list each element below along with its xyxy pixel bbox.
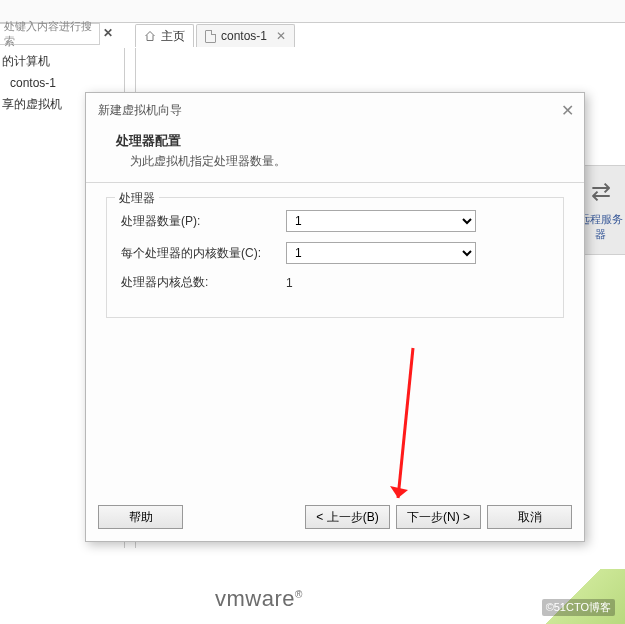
label-processor-count: 处理器数量(P): [121,213,286,230]
dialog-close-icon[interactable]: ✕ [561,101,574,120]
value-total-cores: 1 [286,276,549,290]
dialog-subheading: 为此虚拟机指定处理器数量。 [130,153,570,170]
tab-vm[interactable]: contos-1 ✕ [196,24,295,47]
search-placeholder: 处键入内容进行搜索 [4,19,95,49]
home-icon [144,30,156,42]
label-total-cores: 处理器内核总数: [121,274,286,291]
cancel-button[interactable]: 取消 [487,505,572,529]
fieldset-legend: 处理器 [115,190,159,207]
tab-home-label: 主页 [161,28,185,45]
select-processor-count[interactable]: 1 [286,210,476,232]
tab-home[interactable]: 主页 [135,24,194,47]
tab-close-icon[interactable]: ✕ [276,29,286,43]
row-total-cores: 处理器内核总数: 1 [121,274,549,291]
dialog-titlebar: 新建虚拟机向导 ✕ [86,93,584,126]
swap-arrows-icon: ⇄ [591,178,611,206]
tab-vm-label: contos-1 [221,29,267,43]
dialog-body: 处理器 处理器数量(P): 1 每个处理器的内核数量(C): 1 处理器内核总数… [86,183,584,332]
wizard-dialog: 新建虚拟机向导 ✕ 处理器配置 为此虚拟机指定处理器数量。 处理器 处理器数量(… [85,92,585,542]
document-icon [205,30,216,43]
search-input[interactable]: 处键入内容进行搜索 [0,23,100,45]
dialog-header: 处理器配置 为此虚拟机指定处理器数量。 [86,126,584,183]
sidebar-item-computer[interactable]: 的计算机 [0,50,124,73]
next-button[interactable]: 下一步(N) > [396,505,481,529]
dialog-footer: 帮助 < 上一步(B) 下一步(N) > 取消 [86,495,584,541]
close-icon[interactable]: ✕ [103,26,113,40]
label-cores-per-proc: 每个处理器的内核数量(C): [121,245,286,262]
dialog-title-text: 新建虚拟机向导 [98,102,182,119]
help-button[interactable]: 帮助 [98,505,183,529]
tab-bar: 主页 contos-1 ✕ [135,23,295,47]
row-cores-per-proc: 每个处理器的内核数量(C): 1 [121,242,549,264]
sidebar-item-vm[interactable]: contos-1 [0,73,124,93]
back-button[interactable]: < 上一步(B) [305,505,390,529]
select-cores-per-proc[interactable]: 1 [286,242,476,264]
row-processor-count: 处理器数量(P): 1 [121,210,549,232]
vmware-logo: vmware® [215,586,303,612]
dialog-heading: 处理器配置 [116,132,570,150]
watermark-text: ©51CTO博客 [542,599,615,616]
processor-fieldset: 处理器 处理器数量(P): 1 每个处理器的内核数量(C): 1 处理器内核总数… [106,197,564,318]
